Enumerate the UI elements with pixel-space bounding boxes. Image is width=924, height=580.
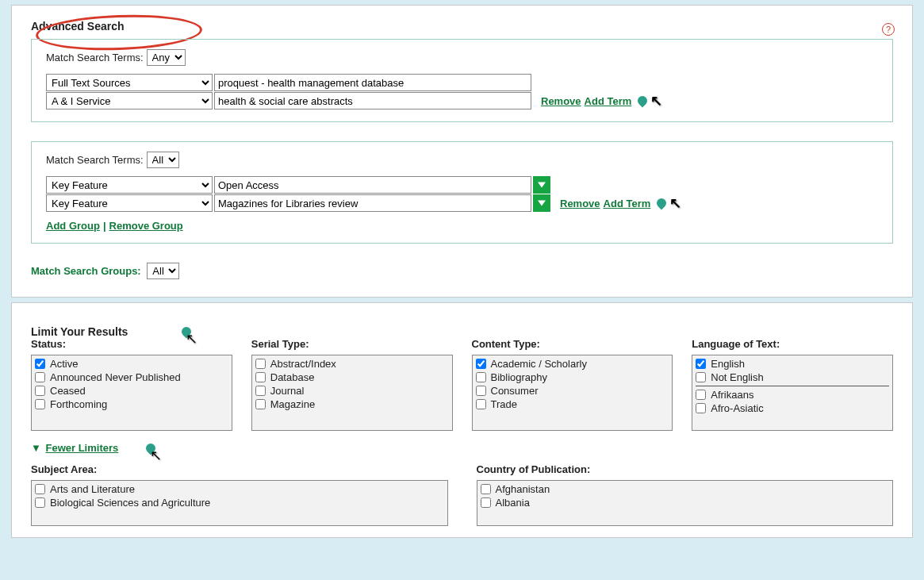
field-select[interactable]: Full Text Sources xyxy=(46,74,213,91)
checkbox[interactable] xyxy=(476,372,486,382)
value-input[interactable] xyxy=(214,74,531,91)
value-dropdown-button[interactable] xyxy=(533,176,550,194)
term-row: Full Text Sources xyxy=(46,74,878,91)
checkbox[interactable] xyxy=(35,386,45,396)
value-input[interactable] xyxy=(214,92,531,109)
fewer-limiters-link[interactable]: Fewer Limiters xyxy=(46,442,119,454)
match-groups-label: Match Search Groups: xyxy=(31,265,141,277)
checkbox[interactable] xyxy=(481,484,491,494)
subject-area-column: Subject Area: Arts and LiteratureBiologi… xyxy=(31,463,448,526)
list-item[interactable]: Afghanistan xyxy=(481,482,890,496)
subject-area-label: Subject Area: xyxy=(31,463,448,475)
checkbox[interactable] xyxy=(476,359,486,369)
language-column: Language of Text: EnglishNot EnglishAfri… xyxy=(692,338,893,431)
search-group: Match Search Terms:AllKey FeatureKey Fea… xyxy=(31,141,893,244)
term-row: A & I ServiceRemove Add Term↖ xyxy=(46,92,878,109)
list-item[interactable]: Academic / Scholarly xyxy=(476,357,669,371)
remove-term-link[interactable]: Remove xyxy=(560,198,600,209)
language-listbox[interactable]: EnglishNot EnglishAfrikaansAfro-Asiatic xyxy=(692,355,893,431)
value-input[interactable] xyxy=(214,176,531,194)
checkbox[interactable] xyxy=(35,484,45,494)
checkbox[interactable] xyxy=(696,403,706,413)
list-item[interactable]: Afrikaans xyxy=(696,388,889,401)
list-item[interactable]: Consumer xyxy=(476,384,669,398)
cursor-icon: ↖ xyxy=(186,330,197,348)
match-groups-row: Match Search Groups: All xyxy=(31,263,893,279)
list-item-label: Announced Never Published xyxy=(50,371,181,383)
language-label: Language of Text: xyxy=(692,338,893,350)
country-listbox[interactable]: AfghanistanAlbania xyxy=(477,480,894,526)
value-dropdown-button[interactable] xyxy=(533,194,550,212)
annotation-pointer-icon xyxy=(636,94,650,108)
extra-limit-columns: Subject Area: Arts and LiteratureBiologi… xyxy=(31,463,893,526)
list-item-label: Abstract/Index xyxy=(270,358,336,370)
checkbox[interactable] xyxy=(255,386,266,396)
field-select[interactable]: Key Feature xyxy=(46,176,213,194)
checkbox[interactable] xyxy=(35,497,45,508)
match-terms-select[interactable]: Any xyxy=(147,49,186,66)
checkbox[interactable] xyxy=(35,399,45,409)
list-item[interactable]: Bibliography xyxy=(476,371,669,384)
checkbox[interactable] xyxy=(476,399,486,409)
subject-area-listbox[interactable]: Arts and LiteratureBiological Sciences a… xyxy=(31,480,448,526)
checkbox[interactable] xyxy=(696,359,706,369)
list-item[interactable]: Announced Never Published xyxy=(35,371,228,384)
list-item[interactable]: Forthcoming xyxy=(35,398,228,411)
list-item[interactable]: Magazine xyxy=(255,398,449,411)
checkbox[interactable] xyxy=(35,372,45,382)
content-type-listbox[interactable]: Academic / ScholarlyBibliographyConsumer… xyxy=(472,355,673,431)
advanced-search-panel: ? Advanced Search Match Search Terms:Any… xyxy=(11,5,913,298)
list-item[interactable]: Arts and Literature xyxy=(35,482,444,496)
match-terms-label: Match Search Terms: xyxy=(46,52,144,63)
help-icon[interactable]: ? xyxy=(882,23,895,36)
status-column: Status: ActiveAnnounced Never PublishedC… xyxy=(31,338,232,431)
match-terms-select[interactable]: All xyxy=(147,152,179,168)
match-groups-select[interactable]: All xyxy=(147,263,179,279)
serial-type-column: Serial Type: Abstract/IndexDatabaseJourn… xyxy=(251,338,453,431)
search-group: Match Search Terms:AnyFull Text SourcesA… xyxy=(31,39,893,122)
add-term-link[interactable]: Add Term xyxy=(604,198,651,209)
remove-term-link[interactable]: Remove xyxy=(541,95,581,107)
list-item[interactable]: Abstract/Index xyxy=(255,357,449,371)
checkbox[interactable] xyxy=(696,372,706,382)
list-item[interactable]: Active xyxy=(35,357,228,371)
annotation-pointer-icon xyxy=(655,197,669,210)
checkbox[interactable] xyxy=(255,372,266,382)
list-item[interactable]: English xyxy=(696,357,889,371)
match-terms-label: Match Search Terms: xyxy=(46,154,144,166)
list-item[interactable]: Ceased xyxy=(35,384,228,398)
list-item-label: Database xyxy=(270,371,315,383)
list-item[interactable]: Not English xyxy=(696,371,889,384)
list-item-label: Ceased xyxy=(50,385,86,397)
field-select[interactable]: Key Feature xyxy=(46,194,213,212)
checkbox[interactable] xyxy=(696,390,706,400)
add-term-link[interactable]: Add Term xyxy=(585,95,632,107)
add-group-link[interactable]: Add Group xyxy=(46,220,100,232)
checkbox[interactable] xyxy=(255,359,266,369)
fewer-limiters-row: ▼ Fewer Limiters ↖ xyxy=(31,442,893,454)
checkbox[interactable] xyxy=(481,497,491,508)
row-actions: Remove Add Term↖ xyxy=(560,194,681,212)
field-select[interactable]: A & I Service xyxy=(46,92,213,109)
list-item[interactable]: Trade xyxy=(476,398,669,411)
list-item-label: Magazine xyxy=(270,398,315,410)
chevron-down-icon xyxy=(538,199,546,207)
checkbox[interactable] xyxy=(35,359,45,369)
list-item[interactable]: Biological Sciences and Agriculture xyxy=(35,496,444,509)
country-column: Country of Publication: AfghanistanAlban… xyxy=(477,463,894,526)
list-item[interactable]: Journal xyxy=(255,384,449,398)
country-label: Country of Publication: xyxy=(477,463,894,475)
chevron-down-icon xyxy=(538,181,546,189)
list-item-label: Journal xyxy=(270,385,305,397)
divider xyxy=(696,386,889,386)
status-listbox[interactable]: ActiveAnnounced Never PublishedCeasedFor… xyxy=(31,355,232,431)
remove-group-link[interactable]: Remove Group xyxy=(109,220,183,232)
list-item[interactable]: Afro-Asiatic xyxy=(696,401,889,415)
list-item[interactable]: Albania xyxy=(481,496,890,509)
serial-type-listbox[interactable]: Abstract/IndexDatabaseJournalMagazine xyxy=(251,355,453,431)
checkbox[interactable] xyxy=(255,399,266,409)
checkbox[interactable] xyxy=(476,386,486,396)
list-item[interactable]: Database xyxy=(255,371,449,384)
value-input[interactable] xyxy=(214,194,531,212)
list-item-label: Bibliography xyxy=(491,371,548,383)
